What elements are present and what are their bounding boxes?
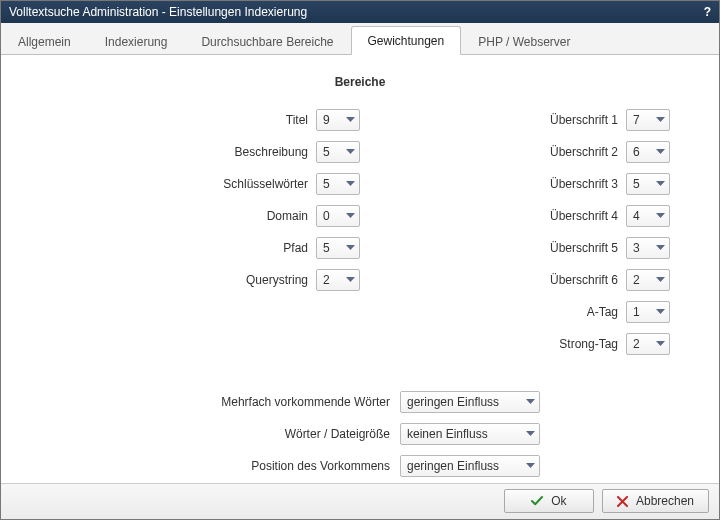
field-label: Wörter / Dateigröße (50, 427, 390, 441)
chevron-down-icon (656, 277, 665, 283)
select-value: 3 (633, 241, 640, 255)
tab-indexierung[interactable]: Indexierung (88, 27, 185, 55)
field-label: Querystring (246, 273, 308, 287)
select-beschreibung[interactable]: 5 (316, 141, 360, 163)
field-row: Mehrfach vorkommende Wörter geringen Ein… (50, 389, 670, 415)
field-label: Titel (286, 113, 308, 127)
titlebar: Volltextsuche Administration - Einstellu… (1, 1, 719, 23)
select-ueberschrift-5[interactable]: 3 (626, 237, 670, 259)
field-row: Domain 0 (50, 203, 360, 229)
tab-label: Indexierung (105, 35, 168, 49)
fields-right-column: Überschrift 1 7 Überschrift 2 6 Überschr… (360, 107, 670, 357)
tab-label: Gewichtungen (368, 34, 445, 48)
field-label: Domain (267, 209, 308, 223)
select-ueberschrift-1[interactable]: 7 (626, 109, 670, 131)
button-label: Ok (551, 494, 566, 508)
select-titel[interactable]: 9 (316, 109, 360, 131)
button-label: Abbrechen (636, 494, 694, 508)
select-querystring[interactable]: 2 (316, 269, 360, 291)
select-woerter-dateigroesse[interactable]: keinen Einfluss (400, 423, 540, 445)
select-pfad[interactable]: 5 (316, 237, 360, 259)
chevron-down-icon (526, 399, 535, 405)
tab-bar: Allgemein Indexierung Durchsuchbare Bere… (1, 23, 719, 55)
field-label: Überschrift 6 (550, 273, 618, 287)
select-mehrfach-woerter[interactable]: geringen Einfluss (400, 391, 540, 413)
field-label: Pfad (283, 241, 308, 255)
select-ueberschrift-4[interactable]: 4 (626, 205, 670, 227)
field-label: Schlüsselwörter (223, 177, 308, 191)
field-row: Überschrift 1 7 (360, 107, 670, 133)
chevron-down-icon (346, 181, 355, 187)
chevron-down-icon (656, 117, 665, 123)
chevron-down-icon (656, 181, 665, 187)
select-ueberschrift-2[interactable]: 6 (626, 141, 670, 163)
window: Volltextsuche Administration - Einstellu… (0, 0, 720, 520)
section-title: Bereiche (13, 75, 707, 89)
select-value: 5 (323, 145, 330, 159)
select-value: geringen Einfluss (407, 459, 499, 473)
select-position-vorkommens[interactable]: geringen Einfluss (400, 455, 540, 477)
field-label: Überschrift 5 (550, 241, 618, 255)
check-icon (531, 495, 543, 507)
select-value: 5 (633, 177, 640, 191)
field-row: Strong-Tag 2 (360, 331, 670, 357)
select-schluesselwoerter[interactable]: 5 (316, 173, 360, 195)
field-label: Position des Vorkommens (50, 459, 390, 473)
chevron-down-icon (526, 431, 535, 437)
fields-grid: Titel 9 Beschreibung 5 Schlüsselwörter (50, 107, 670, 357)
tab-gewichtungen[interactable]: Gewichtungen (351, 26, 462, 55)
select-value: geringen Einfluss (407, 395, 499, 409)
select-value: 2 (633, 273, 640, 287)
chevron-down-icon (656, 149, 665, 155)
tab-php-webserver[interactable]: PHP / Webserver (461, 27, 587, 55)
cross-icon (617, 496, 628, 507)
chevron-down-icon (526, 463, 535, 469)
ok-button[interactable]: Ok (504, 489, 594, 513)
chevron-down-icon (346, 277, 355, 283)
field-row: Schlüsselwörter 5 (50, 171, 360, 197)
help-icon[interactable]: ? (704, 5, 711, 19)
content-area: Bereiche Titel 9 Beschreibung 5 (1, 55, 719, 483)
chevron-down-icon (656, 309, 665, 315)
field-row: Überschrift 3 5 (360, 171, 670, 197)
select-value: 0 (323, 209, 330, 223)
select-value: 6 (633, 145, 640, 159)
select-value: 2 (323, 273, 330, 287)
chevron-down-icon (346, 213, 355, 219)
chevron-down-icon (656, 341, 665, 347)
field-row: Überschrift 6 2 (360, 267, 670, 293)
tab-allgemein[interactable]: Allgemein (1, 27, 88, 55)
select-value: 9 (323, 113, 330, 127)
select-a-tag[interactable]: 1 (626, 301, 670, 323)
field-row: A-Tag 1 (360, 299, 670, 325)
field-label: Überschrift 2 (550, 145, 618, 159)
field-row: Titel 9 (50, 107, 360, 133)
field-row: Überschrift 2 6 (360, 139, 670, 165)
select-value: 2 (633, 337, 640, 351)
field-row: Wörter / Dateigröße keinen Einfluss (50, 421, 670, 447)
field-row: Position des Vorkommens geringen Einflus… (50, 453, 670, 479)
field-label: Beschreibung (235, 145, 308, 159)
lower-fields: Mehrfach vorkommende Wörter geringen Ein… (50, 389, 670, 483)
select-value: keinen Einfluss (407, 427, 488, 441)
select-value: 7 (633, 113, 640, 127)
chevron-down-icon (346, 149, 355, 155)
select-ueberschrift-3[interactable]: 5 (626, 173, 670, 195)
select-ueberschrift-6[interactable]: 2 (626, 269, 670, 291)
field-row: Beschreibung 5 (50, 139, 360, 165)
select-value: 5 (323, 241, 330, 255)
select-strong-tag[interactable]: 2 (626, 333, 670, 355)
chevron-down-icon (656, 245, 665, 251)
field-row: Überschrift 5 3 (360, 235, 670, 261)
field-label: Überschrift 3 (550, 177, 618, 191)
fields-left-column: Titel 9 Beschreibung 5 Schlüsselwörter (50, 107, 360, 357)
field-label: Überschrift 1 (550, 113, 618, 127)
tab-durchsuchbare-bereiche[interactable]: Durchsuchbare Bereiche (184, 27, 350, 55)
chevron-down-icon (346, 117, 355, 123)
field-row: Querystring 2 (50, 267, 360, 293)
select-domain[interactable]: 0 (316, 205, 360, 227)
field-label: Strong-Tag (559, 337, 618, 351)
field-row: Pfad 5 (50, 235, 360, 261)
footer-bar: Ok Abbrechen (1, 483, 719, 519)
cancel-button[interactable]: Abbrechen (602, 489, 709, 513)
